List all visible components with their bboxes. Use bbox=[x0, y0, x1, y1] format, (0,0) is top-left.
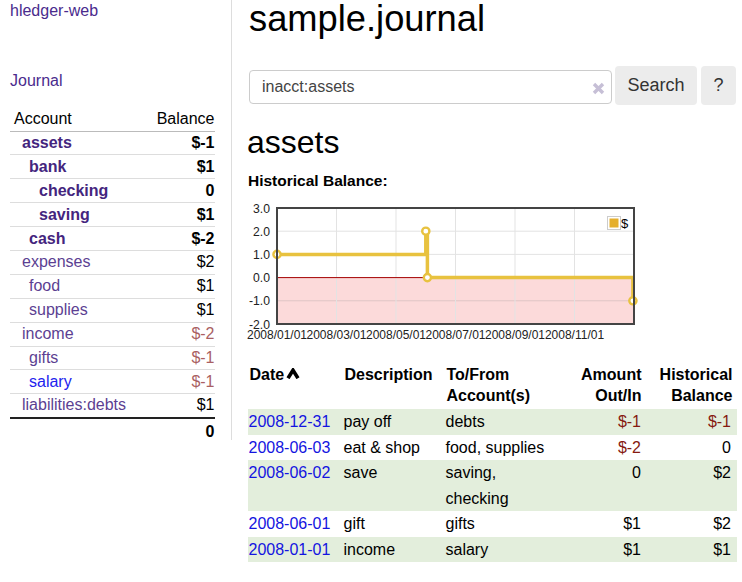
svg-text:1.0: 1.0 bbox=[253, 248, 270, 262]
svg-text:-1.0: -1.0 bbox=[249, 294, 270, 308]
svg-text:2008/03/01: 2008/03/01 bbox=[306, 328, 366, 342]
svg-text:$: $ bbox=[621, 216, 629, 231]
svg-text:3.0: 3.0 bbox=[253, 202, 270, 216]
svg-text:2.0: 2.0 bbox=[253, 225, 270, 239]
svg-text:2008/09/01: 2008/09/01 bbox=[485, 328, 545, 342]
svg-text:2008/01/01: 2008/01/01 bbox=[247, 328, 307, 342]
svg-text:0.0: 0.0 bbox=[253, 271, 270, 285]
svg-text:2008/11/01: 2008/11/01 bbox=[545, 328, 604, 342]
svg-text:2008/05/01: 2008/05/01 bbox=[366, 328, 426, 342]
svg-text:2008/07/01: 2008/07/01 bbox=[425, 328, 485, 342]
